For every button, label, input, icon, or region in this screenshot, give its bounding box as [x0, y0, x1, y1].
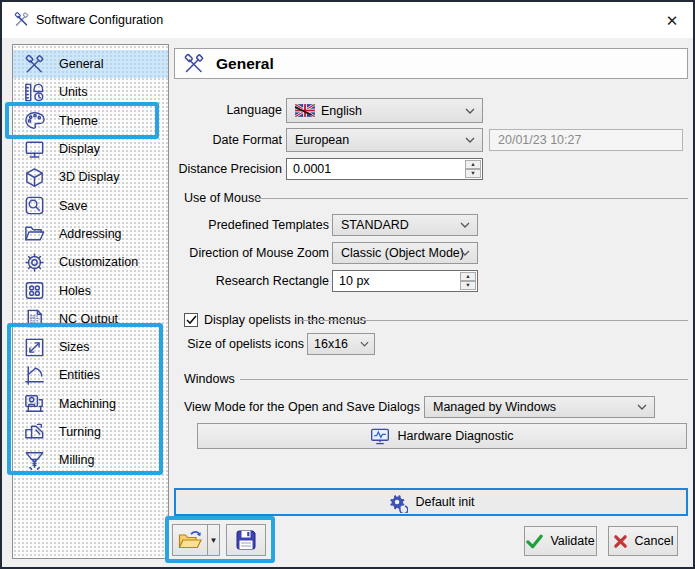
nc-output-icon: G01 G02 [22, 307, 46, 331]
sidebar-item-label: Theme [59, 114, 98, 128]
default-init-gears-icon [387, 492, 408, 513]
category-list: General Units [12, 44, 169, 559]
windows-group-line [240, 379, 688, 380]
sidebar-item-theme[interactable]: Theme [13, 107, 168, 135]
entities-icon [22, 363, 46, 387]
distance-precision-label: Distance Precision [174, 158, 282, 180]
sidebar-item-customization[interactable]: Customization [13, 248, 168, 276]
cancel-label: Cancel [635, 534, 674, 548]
sidebar-item-holes[interactable]: Holes [13, 276, 168, 304]
customization-icon [22, 250, 46, 274]
research-rectangle-input[interactable]: 10 px ▲ ▼ [332, 270, 478, 292]
turning-icon [22, 420, 46, 444]
chevron-down-icon [360, 341, 369, 347]
sidebar-item-label: Units [59, 85, 87, 99]
sidebar-item-label: Machining [59, 397, 116, 411]
sidebar-item-label: Save [59, 199, 88, 213]
sidebar-item-milling[interactable]: Milling [13, 446, 168, 474]
date-format-label: Date Format [174, 128, 282, 152]
sidebar-item-general[interactable]: General [13, 50, 168, 78]
svg-text:G02: G02 [29, 321, 38, 326]
spinner-down-icon[interactable]: ▼ [460, 281, 476, 290]
hardware-diagnostic-icon [370, 428, 390, 445]
app-tools-icon [13, 11, 30, 31]
uk-flag-strikethrough-icon [295, 104, 315, 117]
default-init-label: Default init [415, 495, 474, 509]
view-mode-label: View Mode for the Open and Save Dialogs [174, 396, 420, 418]
save-config-button[interactable] [226, 524, 266, 556]
date-format-value: European [295, 133, 349, 147]
mouse-zoom-select[interactable]: Classic (Object Mode) [332, 242, 478, 264]
mouse-zoom-label: Direction of Mouse Zoom [152, 242, 329, 264]
validate-check-icon [526, 534, 543, 549]
addressing-icon [22, 222, 46, 246]
predefined-templates-label: Predefined Templates [152, 214, 329, 236]
sidebar-item-turning[interactable]: Turning [13, 418, 168, 446]
predefined-templates-value: STANDARD [341, 218, 409, 232]
sidebar-item-label: Addressing [59, 227, 122, 241]
use-of-mouse-group-line [255, 198, 688, 199]
close-icon[interactable]: ✕ [661, 10, 683, 32]
spinner-up-icon[interactable]: ▲ [460, 272, 476, 281]
sidebar-item-label: Entities [59, 368, 100, 382]
sidebar-item-nc-output[interactable]: G01 G02 NC Output [13, 305, 168, 333]
spinner-down-icon[interactable]: ▼ [465, 169, 481, 178]
sidebar-item-label: 3D Display [59, 170, 119, 184]
page-header: General [174, 48, 688, 79]
opelists-icon-size-select[interactable]: 16x16 [307, 333, 375, 355]
save-icon [22, 194, 46, 218]
open-dropdown-arrow-icon[interactable]: ▼ [207, 525, 219, 555]
3d-display-icon [22, 165, 46, 189]
view-mode-select[interactable]: Managed by Windows [424, 396, 655, 418]
sidebar-item-display[interactable]: Display [13, 135, 168, 163]
distance-precision-value: 0.0001 [293, 162, 331, 176]
research-rectangle-label: Research Rectangle [152, 270, 329, 292]
folder-open-icon[interactable] [173, 525, 207, 555]
milling-icon [22, 448, 46, 472]
chevron-down-icon [465, 137, 475, 143]
language-select[interactable]: English [286, 98, 483, 123]
svg-text:G01: G01 [29, 315, 38, 320]
predefined-templates-select[interactable]: STANDARD [332, 214, 478, 236]
sidebar-item-save[interactable]: Save [13, 191, 168, 219]
sidebar-item-label: Milling [59, 453, 94, 467]
open-config-button[interactable]: ▼ [172, 524, 220, 556]
sidebar-item-machining[interactable]: Machining [13, 390, 168, 418]
language-label: Language [174, 98, 282, 123]
sizes-icon [22, 335, 46, 359]
chevron-down-icon [460, 250, 470, 256]
sidebar-item-sizes[interactable]: Sizes [13, 333, 168, 361]
cancel-x-icon [613, 534, 628, 549]
sidebar-item-units[interactable]: Units [13, 78, 168, 106]
validate-label: Validate [550, 534, 594, 548]
date-preview-field: 20/01/23 10:27 [489, 129, 683, 151]
view-mode-value: Managed by Windows [433, 400, 556, 414]
sidebar-item-label: Display [59, 142, 100, 156]
window-title: Software Configuration [36, 2, 163, 38]
research-rectangle-value: 10 px [339, 274, 370, 288]
sidebar-item-label: NC Output [59, 312, 118, 326]
chevron-down-icon [637, 404, 647, 410]
validate-button[interactable]: Validate [524, 526, 597, 556]
checkmark-icon [186, 315, 197, 325]
sidebar-item-entities[interactable]: Entities [13, 361, 168, 389]
opelists-icon-size-label: Size of opelists icons [174, 333, 304, 355]
chevron-down-icon [460, 222, 470, 228]
default-init-button[interactable]: Default init [174, 488, 688, 516]
distance-precision-input[interactable]: 0.0001 ▲ ▼ [286, 158, 483, 180]
sidebar-item-label: Customization [59, 255, 138, 269]
sidebar-item-addressing[interactable]: Addressing [13, 220, 168, 248]
cancel-button[interactable]: Cancel [608, 526, 678, 556]
sidebar-item-3d-display[interactable]: 3D Display [13, 163, 168, 191]
mouse-zoom-value: Classic (Object Mode) [341, 246, 464, 260]
holes-icon [22, 279, 46, 303]
spinner-up-icon[interactable]: ▲ [465, 160, 481, 169]
sidebar-item-label: Holes [59, 284, 91, 298]
display-opelists-checkbox[interactable] [184, 313, 198, 327]
general-icon [182, 52, 206, 76]
sidebar-item-label: Turning [59, 425, 101, 439]
date-format-select[interactable]: European [286, 128, 483, 152]
hardware-diagnostic-label: Hardware Diagnostic [397, 429, 513, 443]
page-title: General [216, 55, 274, 73]
hardware-diagnostic-button[interactable]: Hardware Diagnostic [197, 423, 687, 449]
